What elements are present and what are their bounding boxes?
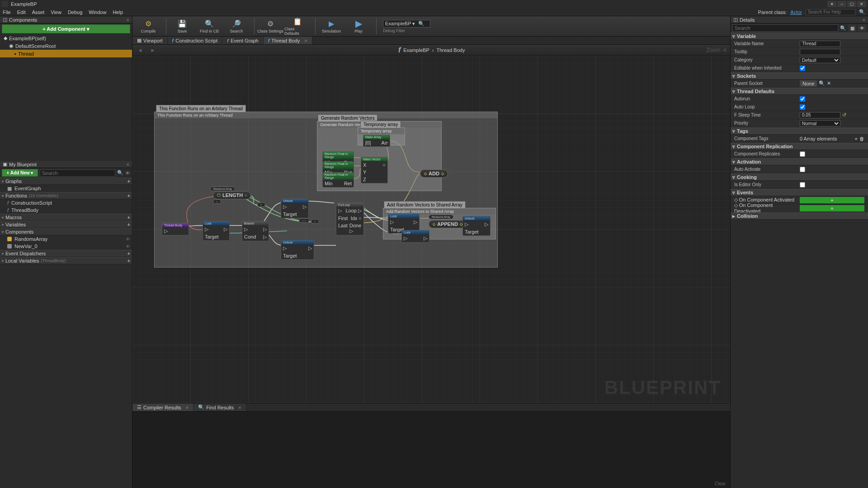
close-icon[interactable]: × <box>238 405 241 410</box>
autoactivate-checkbox[interactable] <box>800 167 805 172</box>
category-select[interactable]: Default <box>800 57 840 63</box>
section-variable[interactable]: ▿Variable <box>731 33 868 40</box>
component-item-scene-root[interactable]: ◉ DefaultSceneRoot <box>0 42 132 50</box>
socket-value[interactable]: None <box>800 80 817 87</box>
blueprint-search-input[interactable] <box>40 169 115 177</box>
menu-help[interactable]: Help <box>113 9 123 15</box>
node-pin[interactable]: ○ <box>213 199 221 204</box>
help-search-input[interactable] <box>806 9 855 15</box>
window-minimize-button[interactable]: – <box>837 1 846 7</box>
close-icon[interactable]: × <box>863 17 865 23</box>
nav-back-button[interactable]: ◄ <box>136 46 144 54</box>
tab-construction-script[interactable]: f Construction Script <box>168 37 223 44</box>
tooltip-input[interactable] <box>800 49 840 55</box>
toolbar-compile-button[interactable]: ⚙ Compile <box>135 17 161 35</box>
nav-forward-button[interactable]: ► <box>149 46 157 54</box>
node-lock[interactable]: Lock ▷▷ Target <box>203 221 230 241</box>
toolbar-class-defaults-button[interactable]: 📋 Class Defaults <box>284 17 311 35</box>
section-graphs[interactable]: ▿ Graphs + <box>0 178 132 185</box>
node-branch[interactable]: Branch ▷▷ Cond▷ <box>242 221 269 241</box>
eye-icon[interactable]: 👁 <box>125 170 130 176</box>
section-activation[interactable]: ▿Activation <box>731 158 868 165</box>
autorun-checkbox[interactable] <box>800 96 805 102</box>
section-sockets[interactable]: ▿Sockets <box>731 72 868 80</box>
replicates-checkbox[interactable] <box>800 151 805 157</box>
close-icon[interactable]: × <box>186 405 189 410</box>
comment-title[interactable]: Temprorary array <box>358 128 405 134</box>
clear-button[interactable]: Clear <box>715 481 726 486</box>
node-make-array[interactable]: Make Array [0]Arr <box>363 135 390 147</box>
variable-name-input[interactable] <box>800 41 840 47</box>
close-icon[interactable]: × <box>127 17 129 23</box>
breadcrumb-fn[interactable]: Thread Body <box>436 47 465 53</box>
clear-icon[interactable]: ✕ <box>827 80 831 86</box>
node-make-vector[interactable]: Make Vector X○ Y Z <box>361 157 388 183</box>
reset-icon[interactable]: ↺ <box>842 112 846 118</box>
toolbar-class-settings-button[interactable]: ⚙ Class Settings <box>257 17 283 35</box>
node-thread-body[interactable]: Thread Body ▷ <box>162 223 189 235</box>
menu-debug[interactable]: Debug <box>68 9 82 15</box>
autoloop-checkbox[interactable] <box>800 104 805 110</box>
section-tags[interactable]: ▿Tags <box>731 127 868 135</box>
section-functions[interactable]: ▿ Functions (19 Overridable) + <box>0 192 132 199</box>
function-item-threadbody[interactable]: f ThreadBody <box>0 206 132 214</box>
node-unlock1[interactable]: Unlock ▷▷ Target <box>281 198 309 218</box>
node-unlock2[interactable]: Unlock ▷▷ Target <box>281 240 314 260</box>
eye-icon[interactable]: 👁 <box>858 24 866 32</box>
menu-edit[interactable]: Edit <box>17 9 26 15</box>
property-matrix-button[interactable]: ▦ <box>848 24 856 32</box>
close-icon[interactable]: × <box>127 162 129 167</box>
sleep-time-input[interactable] <box>800 112 840 118</box>
section-macros[interactable]: ▿ Macros + <box>0 214 132 221</box>
node-compare[interactable]: < <box>257 202 265 207</box>
variable-item-randoms[interactable]: RandomsArray 👁 <box>0 235 132 243</box>
section-cooking[interactable]: ▿Cooking <box>731 174 868 181</box>
plus-icon[interactable]: + <box>127 251 130 256</box>
window-close-button[interactable]: ✕ <box>857 1 866 7</box>
toolbar-findcb-button[interactable]: 🔍 Find in CB <box>196 17 222 35</box>
component-item-self[interactable]: ◆ ExampleBP(self) <box>0 34 132 42</box>
node-rand3[interactable]: Random Float in Range MinRet <box>322 172 354 188</box>
toolbar-simulation-button[interactable]: ▶ Simulation <box>318 17 344 35</box>
section-collision[interactable]: ▸Collision <box>731 212 868 220</box>
node-add[interactable]: ◇ ADD ◇ <box>420 169 448 178</box>
priority-select[interactable]: Normal <box>800 120 840 127</box>
node-append[interactable]: ◇ APPEND ◇ <box>429 220 467 228</box>
details-search-input[interactable] <box>732 24 838 32</box>
section-replication[interactable]: ▿Component Replication <box>731 143 868 150</box>
plus-icon[interactable]: + <box>855 136 858 141</box>
tab-compiler-results[interactable]: ☰ Compiler Results × <box>132 404 193 411</box>
eye-icon[interactable]: 👁 <box>126 237 130 242</box>
toolbar-save-button[interactable]: 💾 Save <box>169 17 195 35</box>
trash-icon[interactable]: 🗑 <box>859 136 864 141</box>
editable-checkbox[interactable] <box>800 66 805 71</box>
variable-item-newvar[interactable]: NewVar_0 👁 <box>0 243 132 250</box>
toolbar-play-button[interactable]: ▶ Play <box>345 17 372 35</box>
section-components-vars[interactable]: ▿ Components <box>0 228 132 235</box>
eye-icon[interactable]: 👁 <box>126 244 130 249</box>
add-event-button[interactable]: + <box>800 205 864 211</box>
node-length[interactable]: 〇 LENGTH ○ <box>213 191 251 199</box>
plus-icon[interactable]: + <box>127 178 130 184</box>
node-misc[interactable]: Lock ▷▷ <box>401 230 429 243</box>
section-variables[interactable]: ▿ Variables + <box>0 221 132 228</box>
window-dropdown-button[interactable]: ▾ <box>827 1 836 7</box>
add-component-button[interactable]: + Add Component ▾ <box>2 24 130 33</box>
node-var-ref2[interactable]: Randoms Array <box>429 215 453 219</box>
tab-find-results[interactable]: 🔍 Find Results × <box>193 404 246 411</box>
parent-class-link[interactable]: Actor <box>790 9 802 15</box>
function-item-construction[interactable]: f ConstructionScript <box>0 199 132 206</box>
search-icon[interactable]: 🔍 <box>859 9 865 15</box>
plus-icon[interactable]: + <box>127 193 130 198</box>
add-new-button[interactable]: + Add New ▾ <box>2 169 38 177</box>
menu-window[interactable]: Window <box>89 9 106 15</box>
breadcrumb-bp[interactable]: ExampleBP <box>403 47 429 53</box>
graph-canvas[interactable]: BLUEPRINT <box>132 56 730 403</box>
add-event-button[interactable]: + <box>800 197 864 203</box>
search-icon[interactable]: 🔍 <box>819 80 825 86</box>
section-thread-defaults[interactable]: ▿Thread Defaults <box>731 88 868 95</box>
menu-file[interactable]: File <box>3 9 11 15</box>
close-icon[interactable]: × <box>304 38 307 43</box>
node-pin[interactable]: ○ ○ <box>299 218 309 223</box>
plus-icon[interactable]: + <box>127 258 130 263</box>
